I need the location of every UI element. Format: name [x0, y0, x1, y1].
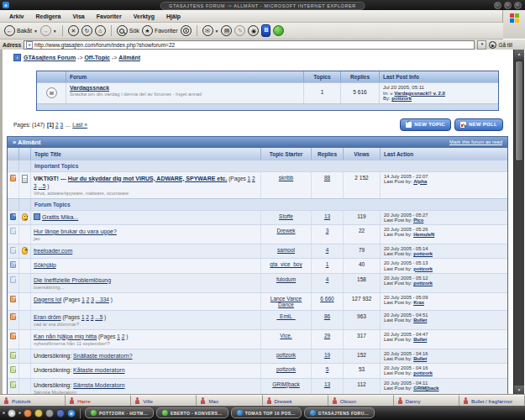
contact-pottzork[interactable]: Pottzork [0, 395, 66, 406]
grey-app-icon[interactable] [45, 409, 54, 417]
breadcrumb-link-gtasajtens-forum[interactable]: GTAsajtens Forum [24, 55, 76, 60]
starter-link[interactable]: Drewek [276, 228, 295, 234]
topic-link[interactable]: Hur länge brukar du vara uppe? [34, 228, 117, 234]
maximize-button[interactable]: □ [504, 2, 512, 9]
menu-verktyg[interactable]: Verktyg [128, 13, 160, 19]
topic-link[interactable]: Sämsta Moderatorn [73, 382, 124, 388]
last-topic-link[interactable]: Vardagssnack!! v. 2.0 [394, 91, 445, 96]
topic-page-link[interactable]: 1 [81, 297, 85, 302]
topic-page-link[interactable]: 2 [87, 297, 90, 302]
last-poster-link[interactable]: Alpha [413, 179, 427, 184]
scrollbar-thumb[interactable] [515, 60, 523, 161]
last-poster-link[interactable]: GRIM[back [413, 386, 438, 391]
contact-max[interactable]: Max [197, 395, 262, 406]
topic-link[interactable]: Kan nån hjälpa mig hitta [34, 333, 97, 339]
topic-page-link[interactable]: 1 [248, 176, 251, 181]
menu-visa[interactable]: Visa [66, 13, 90, 19]
home-button[interactable]: ⌂ [95, 25, 106, 36]
replies-link[interactable]: 29 [324, 333, 330, 339]
close-button[interactable]: × [514, 2, 522, 9]
replies-link[interactable]: 4 [326, 247, 329, 253]
contact-olsson[interactable]: Olsson [328, 395, 394, 406]
topic-page-link[interactable]: 1 [117, 333, 120, 339]
menu-redigera[interactable]: Redigera [30, 13, 67, 19]
topic-page-link[interactable]: ...5 [95, 314, 102, 320]
last-poster-link[interactable]: pottzork [413, 370, 433, 375]
topic-link[interactable]: freeloader.com [34, 248, 72, 254]
last-poster-link[interactable]: pottzork [413, 281, 433, 286]
last-poster-link[interactable]: Pico [413, 218, 423, 223]
topic-link[interactable]: Kåtaste moderatorn [73, 367, 124, 373]
starter-link[interactable]: pottzork [276, 366, 296, 372]
replies-link[interactable]: 1 [326, 261, 329, 267]
back-button[interactable]: ←Bakåt▼ [4, 25, 38, 36]
topic-link[interactable]: Eran dröm [34, 314, 61, 320]
contact-danny[interactable]: Danny [394, 395, 459, 406]
messenger-button[interactable]: ◉ [248, 25, 259, 36]
taskbar-window-gtasajtens-foru[interactable]: GTASAJTENS FORU... [304, 407, 375, 418]
taskbar-window-tomas-top-10-pos[interactable]: TOMAS TOP 10 POS... [231, 407, 302, 418]
page-link-3[interactable]: 3 [60, 122, 64, 128]
msn-button[interactable] [273, 25, 284, 36]
go-button[interactable]: ▶ Gå till [489, 41, 512, 49]
contact-drewek[interactable]: Drewek [263, 395, 328, 406]
topic-page-link[interactable]: 3 [91, 297, 94, 302]
orange-app-icon[interactable] [24, 409, 32, 417]
starter-link[interactable]: fulodum [276, 276, 296, 282]
last-poster-link[interactable]: pottzork [413, 266, 433, 271]
starter-link[interactable]: GRIM[back [272, 381, 300, 387]
forward-button[interactable]: →▼ [40, 25, 57, 36]
yellow-app-icon[interactable] [34, 409, 43, 417]
last-poster-link[interactable]: pottzork [391, 96, 412, 101]
replies-link[interactable]: 5 [326, 366, 329, 372]
topic-page-link[interactable]: 2 [86, 314, 89, 320]
last-poster-link[interactable]: Krax [413, 300, 424, 305]
replies-link[interactable]: 88 [324, 175, 330, 181]
last-poster-link[interactable]: Bullet [413, 356, 427, 361]
replies-link[interactable]: 86 [324, 313, 330, 319]
starter-link[interactable]: _EmiL_ [276, 313, 295, 319]
history-button[interactable] [181, 25, 192, 36]
topic-link[interactable]: Grattis Mika... [42, 214, 78, 220]
address-url[interactable]: http://www.gtasajten.com/forum/index.php… [34, 42, 175, 48]
replies-link[interactable]: 6 660 [320, 296, 333, 302]
replies-link[interactable]: 19 [324, 352, 330, 358]
page-last-link[interactable]: Last » [72, 122, 87, 128]
vertical-scrollbar[interactable]: ▲ ▼ [513, 50, 524, 395]
starter-link[interactable]: Vice. [280, 333, 291, 339]
page-link-2[interactable]: 2 [55, 122, 59, 128]
replies-link[interactable]: 3 [326, 228, 329, 234]
menu-favoriter[interactable]: Favoriter [91, 13, 128, 19]
goto-newpost-icon[interactable] [34, 213, 40, 220]
contact-bullet-fragfarmor[interactable]: Bullet / fragfarmor [459, 395, 525, 406]
stop-button[interactable]: ✕ [68, 25, 79, 36]
topic-page-link[interactable]: ...5 [38, 183, 45, 189]
forum-link[interactable]: Vardagssnack [70, 85, 109, 91]
topic-page-link[interactable]: 2 [252, 176, 255, 181]
address-input[interactable]: e http://www.gtasajten.com/forum/index.p… [24, 40, 475, 50]
topic-page-link[interactable]: 1 [81, 314, 85, 320]
breadcrumb-link-off-topic[interactable]: Off-Topic [84, 55, 110, 60]
search-button[interactable]: Sök [117, 25, 139, 36]
address-dropdown-button[interactable]: ▼ [477, 40, 486, 50]
mark-forum-read-link[interactable]: Mark this forum as read [449, 139, 502, 144]
topic-page-link[interactable]: 3 [34, 183, 37, 189]
topic-page-link[interactable]: ...334 [96, 297, 109, 302]
taskbar-window-pottzork-hotm[interactable]: POTTZORK - HOTM... [85, 407, 154, 418]
topic-page-link[interactable]: 2 [122, 333, 125, 339]
starter-link[interactable]: pottzork [276, 352, 296, 358]
last-poster-link[interactable]: pottzork [413, 251, 433, 256]
topic-page-link[interactable]: 3 [91, 314, 94, 320]
edit-button[interactable]: ✎ [234, 25, 245, 36]
starter-link[interactable]: skribb [279, 175, 293, 181]
minimize-button[interactable]: – [494, 2, 501, 9]
starter-link[interactable]: gta_vice_boy [270, 261, 302, 267]
launcher-arrow-icon[interactable]: ➤ [8, 409, 16, 417]
navy-app-icon[interactable] [56, 409, 65, 417]
scroll-up-arrow[interactable]: ▲ [514, 50, 524, 59]
ie-app-icon[interactable]: e [67, 409, 76, 417]
last-poster-link[interactable]: Bullet [413, 337, 427, 342]
menu-hj-lp[interactable]: Hjälp [160, 13, 186, 19]
new-poll-button[interactable]: NEW POLL [454, 118, 503, 131]
starter-link[interactable]: Lance Vance Dance [270, 296, 302, 307]
